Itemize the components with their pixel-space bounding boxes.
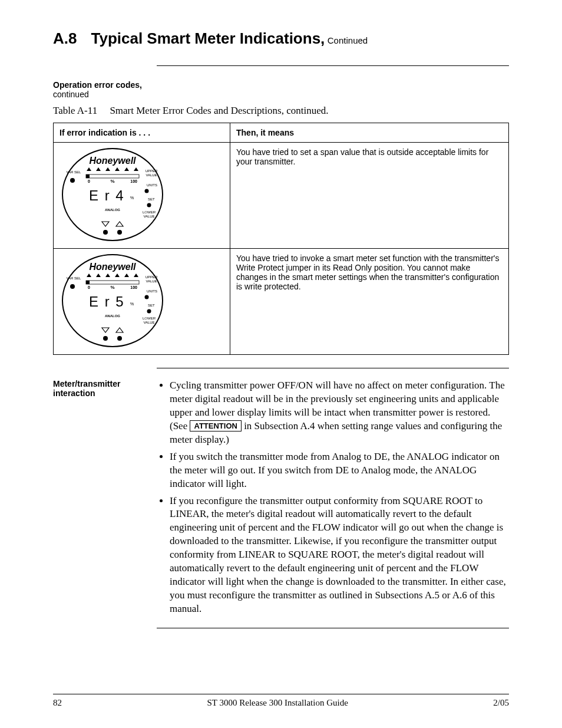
subheading: Operation error codes, continued xyxy=(53,80,509,99)
subheading-bold: Operation error codes, xyxy=(53,80,509,90)
svg-text:%: % xyxy=(130,302,134,306)
list-item: If you switch the transmitter mode from … xyxy=(170,450,509,491)
svg-text:%: % xyxy=(110,179,114,184)
description-cell: You have tried to set a span value that … xyxy=(230,143,509,249)
table-caption-text: Smart Meter Error Codes and Descriptions… xyxy=(110,105,328,116)
footer-page-number: 82 xyxy=(53,698,62,708)
divider-icon xyxy=(53,694,509,694)
meter-brand: Honeywell xyxy=(89,156,136,166)
table-row: Honeywell VAR SEL UPPER VALUE 0 % 100 UN… xyxy=(54,249,509,355)
svg-text:100: 100 xyxy=(130,179,137,183)
divider-icon xyxy=(157,65,509,66)
svg-text:LOWER: LOWER xyxy=(143,210,156,214)
subheading-continued: continued xyxy=(53,90,509,99)
document-page: A.8 Typical Smart Meter Indications, Con… xyxy=(0,0,562,728)
svg-text:0: 0 xyxy=(88,179,90,183)
svg-rect-11 xyxy=(86,174,90,178)
meter-button-icon xyxy=(145,295,149,299)
svg-text:SET: SET xyxy=(148,304,155,307)
page-footer: 82 ST 3000 Release 300 Installation Guid… xyxy=(53,694,509,708)
list-item: If you reconfigure the transmitter outpu… xyxy=(170,495,509,616)
svg-text:UNITS: UNITS xyxy=(147,289,157,293)
svg-text:SET: SET xyxy=(148,197,155,201)
table-caption: Table A-11 Smart Meter Error Codes and D… xyxy=(53,105,509,117)
error-code-table: If error indication is . . . Then, it me… xyxy=(53,123,509,355)
description-cell: You have tried to invoke a smart meter s… xyxy=(230,249,509,355)
meter-cell: Honeywell VAR SEL UPPER VALUE 0 % 100 UN… xyxy=(54,249,230,355)
svg-text:ANALOG: ANALOG xyxy=(105,314,120,318)
meter-label-var-sel: VAR SEL xyxy=(67,170,82,174)
meter-button-icon xyxy=(70,284,75,289)
meter-label-upper: UPPER xyxy=(146,275,158,279)
svg-rect-30 xyxy=(86,281,90,284)
meter-button-icon xyxy=(147,203,151,207)
heading-number: A.8 xyxy=(53,29,77,48)
attention-box: ATTENTION xyxy=(190,420,241,432)
meter-display-code: E r 5 xyxy=(89,294,125,309)
heading-continued: Continued xyxy=(328,35,368,45)
svg-text:VALUE: VALUE xyxy=(143,321,154,324)
svg-text:LOWER: LOWER xyxy=(143,317,156,320)
meter-brand: Honeywell xyxy=(89,262,136,272)
svg-text:UNITS: UNITS xyxy=(147,183,157,187)
meter-display-code: E r 4 xyxy=(89,187,125,203)
meter-transmitter-section: Meter/transmitter interaction Cycling tr… xyxy=(53,379,509,620)
meter-button-icon xyxy=(147,309,151,314)
meter-label-var-sel: VAR SEL xyxy=(67,276,82,280)
meter-cell: Honeywell VAR SEL UPPER VALUE 0 % 100 UN… xyxy=(54,143,230,249)
footer-date: 2/05 xyxy=(493,698,509,708)
meter-illustration: Honeywell VAR SEL UPPER VALUE 0 % 100 UN… xyxy=(59,147,166,242)
meter-button-icon xyxy=(103,336,108,341)
divider-icon xyxy=(157,628,509,628)
svg-text:100: 100 xyxy=(130,285,137,289)
meter-button-icon xyxy=(70,178,75,183)
table-header-indication: If error indication is . . . xyxy=(54,123,230,143)
svg-text:VALUE: VALUE xyxy=(146,173,157,177)
svg-text:0: 0 xyxy=(88,285,90,289)
meter-label-upper: UPPER xyxy=(146,169,158,173)
svg-text:%: % xyxy=(110,285,114,290)
svg-text:VALUE: VALUE xyxy=(143,215,154,218)
footer-center: ST 3000 Release 300 Installation Guide xyxy=(207,698,348,708)
meter-button-icon xyxy=(117,230,122,235)
table-caption-prefix: Table A-11 xyxy=(53,105,97,116)
svg-text:ANALOG: ANALOG xyxy=(105,208,120,212)
list-item: Cycling transmitter power OFF/ON will ha… xyxy=(170,379,509,447)
section-body: Cycling transmitter power OFF/ON will ha… xyxy=(157,379,509,620)
table-header-meaning: Then, it means xyxy=(230,123,509,143)
divider-icon xyxy=(157,368,509,368)
heading-title: Typical Smart Meter Indications, xyxy=(91,29,325,47)
meter-button-icon xyxy=(103,230,108,235)
svg-text:VALUE: VALUE xyxy=(146,279,157,283)
meter-button-icon xyxy=(117,336,122,341)
section-left-label: Meter/transmitter interaction xyxy=(53,379,157,620)
table-row: Honeywell VAR SEL UPPER VALUE 0 % 100 UN… xyxy=(54,143,509,249)
meter-button-icon xyxy=(145,189,149,193)
meter-illustration: Honeywell VAR SEL UPPER VALUE 0 % 100 UN… xyxy=(59,253,166,348)
page-heading: A.8 Typical Smart Meter Indications, Con… xyxy=(53,29,509,48)
svg-text:%: % xyxy=(130,196,134,200)
